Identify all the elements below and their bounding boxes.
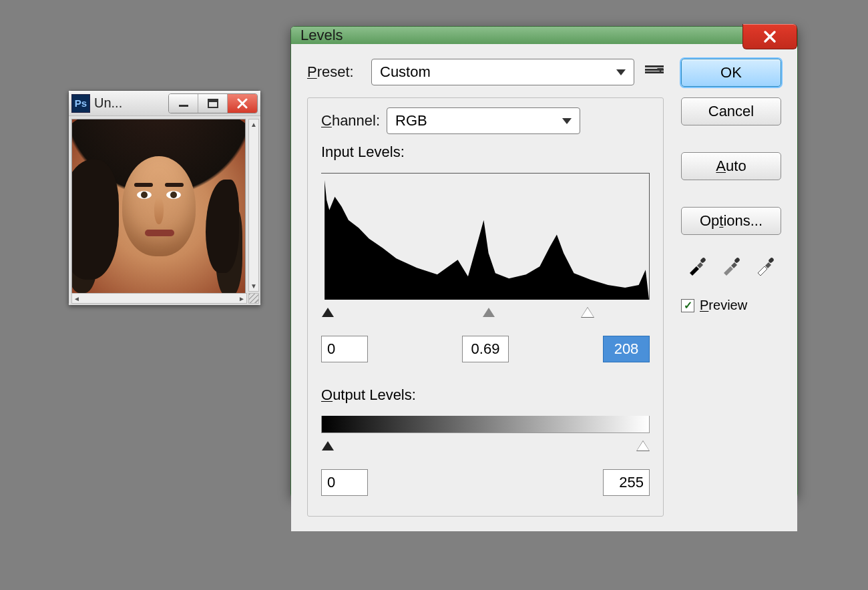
- auto-button[interactable]: Auto: [681, 152, 781, 180]
- output-white-field[interactable]: 255: [603, 469, 650, 496]
- document-window: Ps Un... ▲: [68, 90, 261, 306]
- vertical-scrollbar[interactable]: ▲ ▼: [248, 119, 259, 292]
- white-point-slider[interactable]: [582, 308, 594, 317]
- output-gradient: [321, 416, 650, 433]
- minimize-button[interactable]: [169, 94, 198, 113]
- gamma-slider[interactable]: [483, 308, 495, 317]
- svg-rect-2: [208, 99, 218, 102]
- black-point-slider[interactable]: [322, 308, 334, 317]
- preset-label: Preset:: [307, 63, 365, 81]
- svg-rect-0: [179, 105, 188, 107]
- document-titlebar[interactable]: Ps Un...: [69, 91, 260, 116]
- black-eyedropper-button[interactable]: [684, 252, 710, 279]
- svg-rect-3: [700, 257, 706, 264]
- horizontal-scrollbar[interactable]: ◄ ►: [71, 293, 247, 304]
- input-levels-values: 0 0.69 208: [321, 336, 650, 362]
- minimize-icon: [178, 99, 190, 107]
- output-levels-label: Output Levels:: [321, 386, 650, 404]
- channel-group: Channel: RGB Input Levels:: [307, 97, 664, 517]
- svg-rect-5: [768, 257, 775, 264]
- input-levels-label: Input Levels:: [321, 143, 650, 161]
- chevron-down-icon: [616, 69, 626, 75]
- scroll-left-icon: ◄: [73, 295, 80, 302]
- photoshop-icon: Ps: [71, 94, 90, 113]
- cancel-button[interactable]: Cancel: [681, 97, 781, 125]
- preview-checkbox[interactable]: ✓: [681, 299, 694, 312]
- close-icon: [763, 30, 777, 43]
- svg-rect-4: [734, 257, 740, 264]
- preset-dropdown[interactable]: Custom: [371, 59, 634, 85]
- close-icon: [237, 98, 248, 109]
- histogram-chart-icon: [321, 174, 649, 300]
- options-button[interactable]: Options...: [681, 207, 781, 235]
- channel-dropdown[interactable]: RGB: [387, 107, 580, 134]
- input-white-field[interactable]: 208: [603, 336, 650, 362]
- document-body: ▲ ▼ ◄ ►: [69, 116, 260, 305]
- channel-label: Channel:: [321, 112, 380, 129]
- close-button[interactable]: [228, 94, 257, 113]
- maximize-button[interactable]: [198, 94, 228, 113]
- dialog-title: Levels: [300, 27, 343, 44]
- resize-grip-icon[interactable]: [248, 293, 259, 304]
- input-gamma-field[interactable]: 0.69: [462, 336, 509, 362]
- white-eyedropper-button[interactable]: [752, 252, 779, 279]
- histogram: [321, 173, 650, 300]
- output-white-slider[interactable]: [637, 441, 649, 451]
- preset-menu-button[interactable]: [645, 64, 664, 80]
- chevron-down-icon: [562, 118, 572, 124]
- window-controls: [168, 93, 258, 113]
- preview-row: ✓ Preview: [681, 298, 781, 313]
- eyedropper-row: [681, 252, 781, 279]
- maximize-icon: [208, 99, 218, 108]
- eyedropper-icon: [755, 256, 775, 276]
- ok-button[interactable]: OK: [681, 59, 781, 87]
- output-black-slider[interactable]: [322, 441, 334, 451]
- scroll-right-icon: ►: [238, 295, 245, 302]
- preset-row: Preset: Custom: [307, 59, 664, 85]
- channel-row: Channel: RGB: [321, 107, 650, 134]
- document-canvas[interactable]: [71, 119, 246, 302]
- output-slider-track[interactable]: [321, 441, 650, 453]
- levels-titlebar[interactable]: Levels: [291, 27, 797, 44]
- channel-value: RGB: [395, 112, 427, 129]
- scroll-down-icon: ▼: [250, 282, 257, 290]
- document-title: Un...: [94, 95, 122, 111]
- levels-dialog: Levels Preset: Custom Channel:: [290, 26, 798, 498]
- preview-label: Preview: [700, 298, 747, 313]
- scroll-up-icon: ▲: [250, 121, 257, 128]
- eyedropper-icon: [687, 256, 707, 276]
- input-slider-track[interactable]: [321, 308, 650, 320]
- preset-value: Custom: [380, 63, 431, 81]
- output-levels-values: 0 255: [321, 469, 650, 496]
- dialog-close-button[interactable]: [742, 24, 797, 49]
- dialog-sidebar: OK Cancel Auto Options... ✓ Preview: [681, 59, 781, 517]
- eyedropper-icon: [721, 256, 741, 276]
- output-black-field[interactable]: 0: [321, 469, 368, 496]
- input-black-field[interactable]: 0: [321, 336, 368, 362]
- gray-eyedropper-button[interactable]: [718, 252, 744, 279]
